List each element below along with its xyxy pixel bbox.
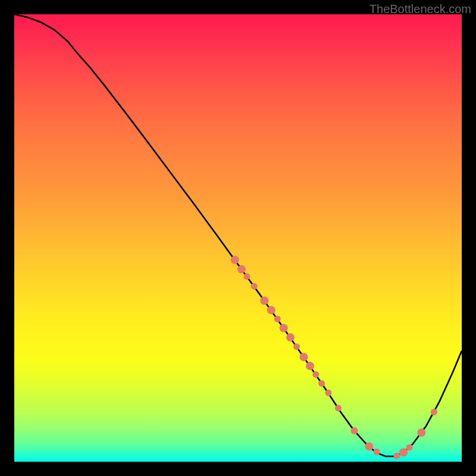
chart-overlay xyxy=(14,14,462,462)
data-point xyxy=(417,428,425,437)
data-point xyxy=(280,324,288,332)
data-point xyxy=(431,409,437,415)
data-point xyxy=(300,353,308,361)
watermark-text: TheBottleneck.com xyxy=(369,2,471,16)
data-point xyxy=(260,296,268,305)
data-point xyxy=(406,444,413,450)
data-point xyxy=(335,405,342,411)
data-point xyxy=(365,442,373,450)
data-point xyxy=(306,362,314,370)
data-point xyxy=(399,448,408,456)
data-point xyxy=(231,256,239,264)
data-point xyxy=(312,371,319,378)
data-point xyxy=(318,380,325,387)
data-point xyxy=(244,273,250,280)
bottleneck-curve xyxy=(14,14,462,456)
data-points xyxy=(231,256,437,459)
data-point xyxy=(374,449,380,455)
data-point xyxy=(267,306,275,314)
data-point xyxy=(351,427,358,434)
data-point xyxy=(286,333,295,342)
data-point xyxy=(274,316,281,322)
data-point xyxy=(251,283,258,290)
data-point xyxy=(394,453,400,459)
data-point xyxy=(237,265,246,274)
data-point xyxy=(293,343,300,350)
data-point xyxy=(325,390,331,396)
